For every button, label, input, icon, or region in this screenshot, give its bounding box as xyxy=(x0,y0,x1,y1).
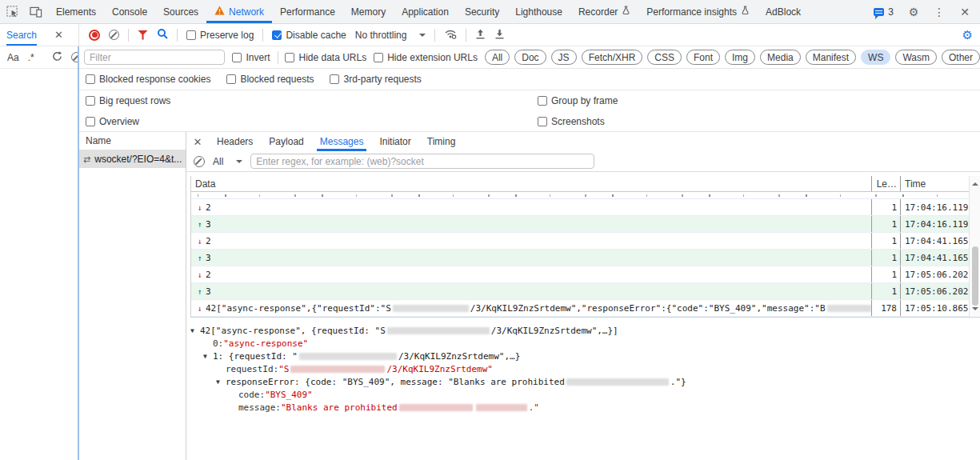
detail-tab-messages[interactable]: Messages xyxy=(312,132,372,151)
scroll-down-icon[interactable] xyxy=(972,307,978,314)
data-column-header[interactable]: Data xyxy=(191,176,871,191)
record-network-log-icon[interactable] xyxy=(89,30,100,41)
preserve-log-checkbox[interactable]: Preserve log xyxy=(186,30,254,41)
json-tree-line[interactable]: 0: "async-response" xyxy=(186,337,980,350)
expander-icon[interactable]: ▼ xyxy=(190,327,200,334)
resource-type-pill-all[interactable]: All xyxy=(485,50,510,65)
issues-button[interactable]: 3 xyxy=(867,6,900,18)
resource-type-pill-css[interactable]: CSS xyxy=(647,50,682,65)
detail-tab-headers[interactable]: Headers xyxy=(209,132,261,151)
filter-input[interactable] xyxy=(84,50,225,65)
resource-type-pill-fetch-xhr[interactable]: Fetch/XHR xyxy=(582,50,643,65)
detail-tab-initiator[interactable]: Initiator xyxy=(371,132,418,151)
frames-scrollbar[interactable] xyxy=(969,176,980,317)
more-options-icon[interactable]: ⋮ xyxy=(927,6,951,18)
frame-row-send[interactable]: ↑3117:04:41.165 xyxy=(191,250,969,266)
frame-row-send[interactable]: ↑3117:05:06.202 xyxy=(191,283,969,300)
json-tree-line[interactable]: requestId: "S/3/KqKIL9ZnzSrtdemw" xyxy=(186,362,980,375)
tab-application[interactable]: Application xyxy=(394,0,457,23)
tab-recorder[interactable]: Recorder xyxy=(570,0,638,23)
inspect-element-icon[interactable] xyxy=(0,0,24,23)
message-type-dropdown[interactable]: All xyxy=(213,156,242,167)
message-regex-input[interactable] xyxy=(250,154,594,169)
resource-type-pill-doc[interactable]: Doc xyxy=(514,50,546,65)
request-row[interactable]: ⇄wsocket/?EIO=4&t... xyxy=(79,150,186,168)
tab-lighthouse[interactable]: Lighthouse xyxy=(507,0,570,23)
resource-type-pill-img[interactable]: Img xyxy=(725,50,755,65)
expander-icon[interactable]: ▼ xyxy=(216,378,226,386)
hide-extension-urls-checkbox[interactable]: Hide extension URLs xyxy=(374,52,478,63)
invert-checkbox[interactable]: Invert xyxy=(232,52,270,63)
overview-checkbox[interactable]: Overview xyxy=(86,116,139,127)
resource-type-pill-media[interactable]: Media xyxy=(760,50,801,65)
export-har-icon[interactable] xyxy=(494,29,505,42)
resource-type-pill-font[interactable]: Font xyxy=(686,50,720,65)
clear-messages-icon[interactable] xyxy=(194,156,205,167)
tab-elements[interactable]: Elements xyxy=(48,0,104,23)
tab-performance-insights[interactable]: Performance insights xyxy=(638,0,758,23)
close-detail-icon[interactable]: ✕ xyxy=(186,136,209,148)
filter-icon[interactable] xyxy=(138,30,148,40)
resource-type-pill-other[interactable]: Other xyxy=(942,50,980,65)
close-devtools-icon[interactable]: ✕ xyxy=(953,6,977,18)
detail-tab-payload[interactable]: Payload xyxy=(261,132,311,151)
third-party-requests-checkbox[interactable]: 3rd-party requests xyxy=(330,74,421,85)
search-network-icon[interactable] xyxy=(157,28,168,42)
tab-label: Security xyxy=(465,6,499,18)
close-search-drawer-icon[interactable]: ✕ xyxy=(54,29,63,41)
import-har-icon[interactable] xyxy=(475,29,486,42)
blocked-response-cookies-checkbox[interactable]: Blocked response cookies xyxy=(86,74,210,85)
json-tree-line[interactable]: code: "BYS_409" xyxy=(186,388,980,401)
resource-type-pill-js[interactable]: JS xyxy=(551,50,577,65)
device-toolbar-icon[interactable] xyxy=(24,0,48,23)
frame-row-receive[interactable]: ↓2117:04:41.165 xyxy=(191,233,969,250)
scrollbar-thumb[interactable] xyxy=(972,246,978,306)
resource-type-pill-manifest[interactable]: Manifest xyxy=(806,50,856,65)
screenshots-checkbox[interactable]: Screenshots xyxy=(538,116,605,127)
frame-row-receive[interactable]: ↓2117:05:06.202 xyxy=(191,266,969,283)
json-tree-line[interactable]: message: "Blanks are prohibited ." xyxy=(186,401,980,414)
network-settings-gear-icon[interactable]: ⚙ xyxy=(962,28,973,42)
network-conditions-icon[interactable] xyxy=(444,29,457,42)
tab-security[interactable]: Security xyxy=(457,0,507,23)
tab-performance[interactable]: Performance xyxy=(272,0,343,23)
tab-sources[interactable]: Sources xyxy=(155,0,206,23)
frame-row-receive[interactable]: ↓2117:04:16.119 xyxy=(191,199,969,216)
tab-console[interactable]: Console xyxy=(104,0,155,23)
json-plain: /3/KqKIL9ZnzSrtdemw",…} xyxy=(398,351,520,362)
search-drawer-tab[interactable]: Search xyxy=(6,24,37,46)
tab-memory[interactable]: Memory xyxy=(343,0,394,23)
preserve-log-label: Preserve log xyxy=(200,30,254,41)
clipped-frame-row[interactable] xyxy=(191,192,969,199)
name-column-header[interactable]: Name xyxy=(79,132,186,150)
regex-button[interactable]: .* xyxy=(28,52,34,63)
group-by-frame-checkbox[interactable]: Group by frame xyxy=(538,95,618,106)
refresh-search-icon[interactable] xyxy=(52,51,62,64)
scroll-up-icon[interactable] xyxy=(972,179,978,186)
resource-type-pill-ws[interactable]: WS xyxy=(861,50,890,65)
expander-icon[interactable]: ▼ xyxy=(203,353,213,360)
length-column-header[interactable]: Le… xyxy=(871,176,900,191)
network-toolbar: Preserve log Disable cache No throttling xyxy=(79,24,980,46)
drawer-splitter[interactable] xyxy=(78,46,79,460)
json-tree-line[interactable]: ▼42["async-response", {requestId: "S/3/K… xyxy=(186,324,980,337)
clear-network-log-icon[interactable] xyxy=(109,30,119,40)
blocked-requests-checkbox[interactable]: Blocked requests xyxy=(226,74,314,85)
throttling-dropdown[interactable]: No throttling xyxy=(355,30,426,41)
frame-row-send[interactable]: ↑3117:04:16.119 xyxy=(191,216,969,233)
disable-cache-checkbox[interactable]: Disable cache xyxy=(272,30,346,41)
json-tree-line[interactable]: ▼responseError: {code: "BYS_409", messag… xyxy=(186,375,980,388)
redacted-text xyxy=(290,366,385,373)
settings-gear-icon[interactable]: ⚙ xyxy=(902,6,926,18)
tab-network[interactable]: Network xyxy=(206,0,272,23)
big-request-rows-checkbox[interactable]: Big request rows xyxy=(86,95,170,106)
frame-time-cell: 17:04:16.119 xyxy=(900,216,969,232)
match-case-button[interactable]: Aa xyxy=(7,52,19,63)
time-column-header[interactable]: Time xyxy=(900,176,969,191)
frame-row-receive[interactable]: ↓42["async-response",{"requestId":"S/3/K… xyxy=(191,300,969,317)
resource-type-pill-wasm[interactable]: Wasm xyxy=(895,50,937,65)
detail-tab-timing[interactable]: Timing xyxy=(419,132,464,151)
tab-adblock[interactable]: AdBlock xyxy=(758,0,809,23)
json-tree-line[interactable]: ▼1: {requestId: "/3/KqKIL9ZnzSrtdemw",…} xyxy=(186,350,980,362)
hide-data-urls-checkbox[interactable]: Hide data URLs xyxy=(285,52,366,63)
